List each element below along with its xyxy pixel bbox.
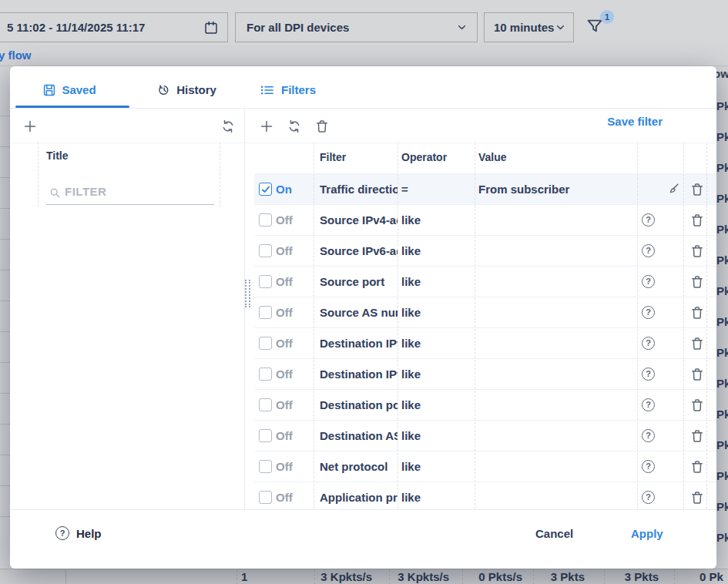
help-icon-button[interactable]: ? <box>642 244 656 258</box>
cancel-button[interactable]: Cancel <box>535 527 573 540</box>
delete-row-button[interactable] <box>690 275 704 289</box>
delete-row-button[interactable] <box>690 213 704 227</box>
apply-button[interactable]: Apply <box>631 527 663 540</box>
bg-cell: 0 Pkts/s <box>478 570 522 584</box>
trash-icon <box>690 244 704 258</box>
row-toggle-checkbox[interactable] <box>259 491 272 504</box>
delete-row-button[interactable] <box>690 429 704 443</box>
row-state-label[interactable]: Off <box>276 274 293 290</box>
row-toggle-checkbox[interactable] <box>259 213 272 227</box>
refresh-saved-button[interactable] <box>221 119 235 133</box>
help-button[interactable]: ? Help <box>55 526 102 540</box>
row-state-label[interactable]: Off <box>276 459 293 475</box>
bg-row-fragment: Pk <box>716 191 728 206</box>
row-toggle-checkbox[interactable] <box>259 183 272 196</box>
tab-history[interactable]: History <box>129 66 245 109</box>
bg-bottom-row: 1 3 Kpkts/s 3 Kpkts/s 0 Pkts/s 3 Pkts 3 … <box>0 569 728 584</box>
row-toggle-checkbox[interactable] <box>259 275 272 288</box>
row-filter-name: Source AS number <box>320 305 398 321</box>
row-filter-name: Traffic direction <box>320 182 398 197</box>
row-operator[interactable]: like <box>401 336 421 351</box>
row-toggle-checkbox[interactable] <box>259 306 272 319</box>
bg-row-fragment: Pk <box>716 284 728 299</box>
save-filter-link[interactable]: Save filter <box>607 115 663 128</box>
delete-filters-button[interactable] <box>315 119 329 133</box>
row-state-label[interactable]: On <box>276 182 292 197</box>
filter-row-destination-as: Off Destination AS number like ? <box>254 421 716 451</box>
check-icon <box>260 184 271 195</box>
row-state-label[interactable]: Off <box>276 398 293 413</box>
delete-row-button[interactable] <box>690 398 704 412</box>
row-toggle-checkbox[interactable] <box>259 337 272 350</box>
bg-row-fragment: Pk <box>716 222 728 237</box>
refresh-filters-button[interactable] <box>287 119 301 133</box>
delete-row-button[interactable] <box>690 460 704 474</box>
row-state-label[interactable]: Off <box>276 213 293 228</box>
row-operator[interactable]: like <box>401 305 421 321</box>
row-state-label[interactable]: Off <box>276 428 293 444</box>
add-saved-filter-button[interactable] <box>23 119 37 133</box>
help-icon-button[interactable]: ? <box>642 460 656 474</box>
row-operator[interactable]: like <box>401 243 421 259</box>
row-toggle-checkbox[interactable] <box>259 429 272 442</box>
history-icon <box>158 84 170 96</box>
panel-resizer-grip[interactable] <box>245 280 250 307</box>
row-operator[interactable]: = <box>401 182 408 197</box>
delete-row-button[interactable] <box>690 306 704 320</box>
row-state-label[interactable]: Off <box>276 243 293 259</box>
filters-table-header: Filter Operator Value <box>254 143 716 174</box>
saved-column-header-title: Title <box>46 149 69 162</box>
interval-select: 10 minutes <box>484 12 574 42</box>
help-icon-button[interactable]: ? <box>642 398 656 412</box>
row-toggle-checkbox[interactable] <box>259 368 272 381</box>
delete-row-button[interactable] <box>690 368 704 381</box>
filter-row-destination-ipv6: Off Destination IPv6-address like ? <box>254 359 716 390</box>
date-range-picker: 5 11:02 - 11/14/2025 11:17 <box>0 12 228 42</box>
row-state-label[interactable]: Off <box>276 367 293 382</box>
row-toggle-checkbox[interactable] <box>259 398 272 411</box>
row-state-label[interactable]: Off <box>276 490 293 505</box>
delete-row-button[interactable] <box>690 244 704 258</box>
help-icon-button[interactable]: ? <box>642 491 656 505</box>
trash-icon <box>690 337 704 351</box>
row-toggle-checkbox[interactable] <box>259 244 272 257</box>
row-value[interactable]: From subscriber <box>478 182 569 197</box>
panel-divider <box>244 109 245 509</box>
help-icon-button[interactable]: ? <box>642 368 656 381</box>
title-filter-input[interactable] <box>46 179 214 205</box>
active-tab-underline <box>15 106 129 108</box>
help-icon-button[interactable]: ? <box>642 275 656 289</box>
add-filter-button[interactable] <box>260 119 273 133</box>
row-operator[interactable]: like <box>401 213 421 228</box>
tab-saved[interactable]: Saved <box>10 66 129 109</box>
row-filter-name: Destination IPv4-address <box>320 336 398 351</box>
clear-value-button[interactable] <box>666 183 679 196</box>
help-icon-button[interactable]: ? <box>642 213 656 227</box>
row-filter-name: Source IPv6-address <box>320 243 398 259</box>
row-toggle-checkbox[interactable] <box>259 460 272 473</box>
row-operator[interactable]: like <box>401 398 421 413</box>
question-icon: ? <box>642 398 655 411</box>
row-state-label[interactable]: Off <box>276 336 293 351</box>
delete-row-button[interactable] <box>690 491 704 505</box>
bg-cell: 3 Pkts <box>625 570 659 584</box>
filter-row-source-ipv6: Off Source IPv6-address like ? <box>254 236 716 267</box>
delete-row-button[interactable] <box>690 337 704 351</box>
help-icon-button[interactable]: ? <box>642 337 656 351</box>
row-state-label[interactable]: Off <box>276 305 293 321</box>
row-operator[interactable]: like <box>401 367 421 382</box>
device-select: For all DPI devices <box>235 12 478 42</box>
trash-icon <box>690 368 704 381</box>
filter-row-destination-ipv4: Off Destination IPv4-address like ? <box>254 328 716 359</box>
row-operator[interactable]: like <box>401 490 421 505</box>
row-operator[interactable]: like <box>401 459 421 475</box>
help-icon-button[interactable]: ? <box>642 306 656 320</box>
plus-icon <box>260 119 273 133</box>
row-operator[interactable]: like <box>401 274 421 290</box>
row-operator[interactable]: like <box>401 428 421 444</box>
delete-row-button[interactable] <box>690 183 704 196</box>
chevron-down-icon <box>555 22 566 33</box>
tab-label: Saved <box>62 83 96 96</box>
help-icon-button[interactable]: ? <box>642 429 656 443</box>
filter-row-source-as: Off Source AS number like ? <box>254 297 716 328</box>
